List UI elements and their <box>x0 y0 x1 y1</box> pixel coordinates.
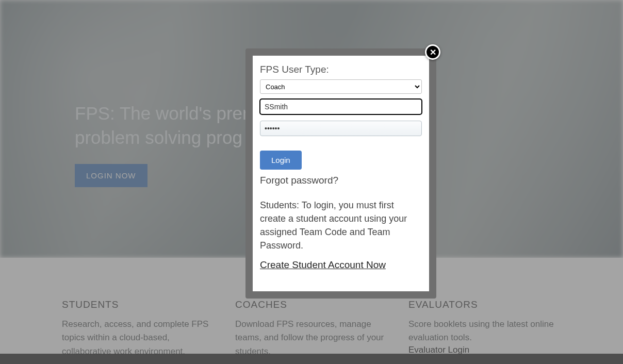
password-input[interactable] <box>260 121 422 136</box>
forgot-password-link[interactable]: Forgot password? <box>260 175 422 186</box>
close-button[interactable]: ✕ <box>425 44 440 60</box>
username-input[interactable] <box>260 99 422 114</box>
create-student-account-link[interactable]: Create Student Account Now <box>260 259 386 271</box>
bottom-strip <box>0 354 623 364</box>
student-note: Students: To login, you must first creat… <box>260 198 422 252</box>
login-modal: ✕ FPS User Type: Coach Login Forgot pass… <box>245 48 436 299</box>
user-type-select[interactable]: Coach <box>260 79 422 94</box>
close-icon: ✕ <box>430 47 436 57</box>
login-button[interactable]: Login <box>260 151 302 170</box>
user-type-label: FPS User Type: <box>260 64 422 75</box>
